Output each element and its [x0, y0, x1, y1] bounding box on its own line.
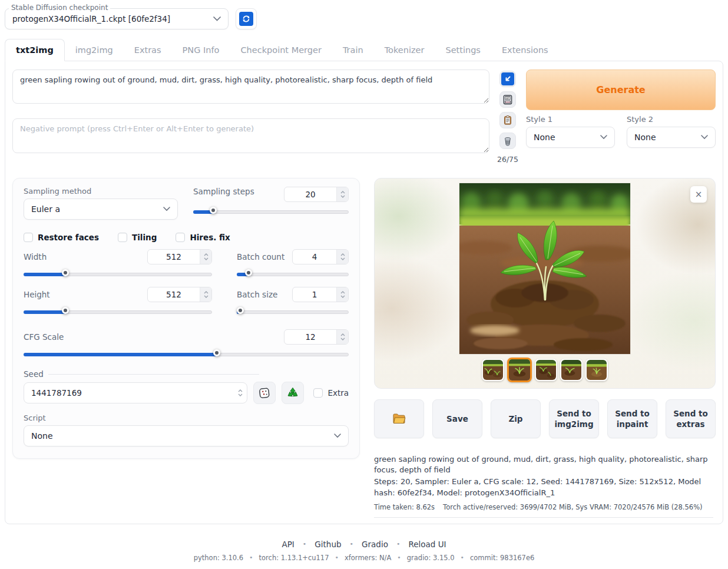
- style2-label: Style 2: [627, 115, 716, 124]
- prompt-tools: 26/75: [498, 70, 518, 164]
- thumbnail-2-selected[interactable]: [507, 358, 532, 382]
- chevron-down-icon: [163, 207, 170, 211]
- tab-extensions[interactable]: Extensions: [491, 39, 559, 61]
- save-style-button[interactable]: [499, 91, 516, 108]
- dice-icon: [258, 386, 271, 399]
- txt2img-panel: green sapling rowing out of ground, mud,…: [5, 61, 723, 524]
- thumbnail-strip: [482, 358, 608, 382]
- thumbnail-4[interactable]: [560, 359, 583, 381]
- apply-style-button[interactable]: [499, 112, 516, 128]
- tiling-checkbox[interactable]: Tiling: [118, 233, 157, 242]
- seed-input[interactable]: 1441787169: [24, 382, 247, 403]
- height-slider[interactable]: [24, 307, 212, 317]
- batch-size-input[interactable]: 1: [292, 287, 349, 302]
- chevron-down-icon: [600, 135, 607, 140]
- tab-extras[interactable]: Extras: [124, 39, 172, 61]
- batch-count-input[interactable]: 4: [292, 249, 349, 264]
- info-params-text: Steps: 20, Sampler: Euler a, CFG scale: …: [374, 477, 713, 498]
- close-icon[interactable]: ×: [690, 186, 707, 203]
- style1-select[interactable]: None: [526, 127, 615, 148]
- sampling-method-label: Sampling method: [24, 187, 178, 196]
- batch-size-slider[interactable]: [237, 307, 349, 317]
- sampling-steps-input[interactable]: 20: [284, 187, 349, 202]
- tab-train[interactable]: Train: [332, 39, 374, 61]
- tab-img2img[interactable]: img2img: [65, 39, 124, 61]
- script-select[interactable]: None: [24, 425, 349, 446]
- send-to-inpaint-button[interactable]: Send to inpaint: [607, 399, 657, 438]
- footer-link-github[interactable]: Github: [315, 540, 341, 549]
- width-input[interactable]: 512: [147, 249, 212, 264]
- cfg-scale-slider[interactable]: [24, 349, 349, 360]
- footer: API • Github • Gradio • Reload UI python…: [5, 540, 723, 562]
- folder-icon: [392, 413, 406, 425]
- checkpoint-label: Stable Diffusion checkpoint: [9, 4, 110, 12]
- batch-size-label: Batch size: [237, 290, 277, 299]
- style1-label: Style 1: [526, 115, 615, 124]
- floppy-disk-icon: [502, 94, 514, 105]
- style2-select[interactable]: None: [627, 127, 716, 148]
- info-time-text: Time taken: 8.62sTorch active/reserved: …: [374, 502, 713, 518]
- thumbnail-5[interactable]: [585, 359, 608, 381]
- stepper-arrows[interactable]: [336, 187, 348, 201]
- thumbnail-3[interactable]: [535, 359, 557, 381]
- send-to-extras-button[interactable]: Send to extras: [666, 399, 716, 438]
- version-info: python: 3.10.6• torch: 1.13.1+cu117• xfo…: [5, 554, 723, 562]
- negative-prompt-input[interactable]: [12, 118, 489, 153]
- script-label: Script: [24, 413, 349, 422]
- trash-icon: [502, 135, 514, 147]
- clear-prompt-button[interactable]: [499, 133, 516, 149]
- width-slider[interactable]: [24, 269, 212, 280]
- sampling-method-value: Euler a: [31, 204, 60, 214]
- tab-txt2img[interactable]: txt2img: [5, 39, 65, 61]
- cfg-scale-label: CFG Scale: [24, 332, 64, 342]
- reuse-seed-button[interactable]: [282, 382, 304, 404]
- chevron-down-icon: [334, 434, 341, 438]
- tab-tokenizer[interactable]: Tokenizer: [374, 39, 435, 61]
- sampling-steps-label: Sampling steps: [193, 187, 254, 196]
- seed-label: Seed: [24, 369, 44, 379]
- zip-button[interactable]: Zip: [491, 399, 541, 438]
- tab-settings[interactable]: Settings: [435, 39, 491, 61]
- thumbnail-1[interactable]: [482, 359, 504, 381]
- random-seed-button[interactable]: [253, 382, 276, 404]
- info-prompt-text: green sapling rowing out of ground, mud,…: [374, 454, 713, 475]
- sampling-steps-slider[interactable]: [193, 207, 349, 217]
- generate-button[interactable]: Generate: [526, 70, 716, 110]
- style1-value: None: [534, 133, 555, 142]
- save-button[interactable]: Save: [432, 399, 482, 438]
- footer-link-api[interactable]: API: [282, 540, 294, 549]
- restore-faces-checkbox[interactable]: Restore faces: [24, 233, 99, 242]
- send-to-img2img-button[interactable]: Send to img2img: [549, 399, 599, 438]
- refresh-checkpoint-button[interactable]: [236, 8, 257, 29]
- generated-image[interactable]: [459, 183, 630, 354]
- width-label: Width: [24, 252, 47, 262]
- sd-webui-app: Stable Diffusion checkpoint protogenX34O…: [0, 0, 728, 569]
- sampling-method-select[interactable]: Euler a: [24, 199, 178, 220]
- main-tabs: txt2img img2img Extras PNG Info Checkpoi…: [5, 39, 723, 61]
- height-input[interactable]: 512: [147, 287, 212, 302]
- batch-count-slider[interactable]: [237, 269, 349, 280]
- prompt-input[interactable]: green sapling rowing out of ground, mud,…: [12, 70, 489, 104]
- hires-fix-checkbox[interactable]: Hires. fix: [176, 233, 230, 242]
- generation-info: green sapling rowing out of ground, mud,…: [374, 454, 716, 518]
- paste-params-button[interactable]: [499, 71, 516, 87]
- script-value: None: [31, 431, 53, 441]
- batch-count-label: Batch count: [237, 252, 284, 262]
- extra-seed-checkbox[interactable]: Extra: [313, 388, 349, 398]
- tab-png-info[interactable]: PNG Info: [172, 39, 230, 61]
- generation-settings-panel: Sampling method Euler a Sampling steps: [12, 178, 360, 459]
- open-folder-button[interactable]: [374, 399, 424, 438]
- chevron-down-icon: [701, 135, 708, 140]
- checkpoint-select[interactable]: Stable Diffusion checkpoint protogenX34O…: [5, 8, 229, 29]
- tab-checkpoint-merger[interactable]: Checkpoint Merger: [230, 39, 332, 61]
- result-gallery: ×: [374, 178, 716, 389]
- clipboard-icon: [502, 114, 514, 126]
- height-label: Height: [24, 290, 50, 299]
- footer-link-gradio[interactable]: Gradio: [362, 540, 388, 549]
- footer-link-reload-ui[interactable]: Reload UI: [408, 540, 446, 549]
- token-counter: 26/75: [497, 155, 518, 164]
- arrow-down-left-icon: [501, 72, 514, 85]
- cfg-scale-input[interactable]: 12: [284, 329, 349, 345]
- chevron-down-icon: [213, 16, 221, 21]
- checkpoint-value: protogenX34OfficialR_1.ckpt [60fe2f34]: [12, 14, 213, 24]
